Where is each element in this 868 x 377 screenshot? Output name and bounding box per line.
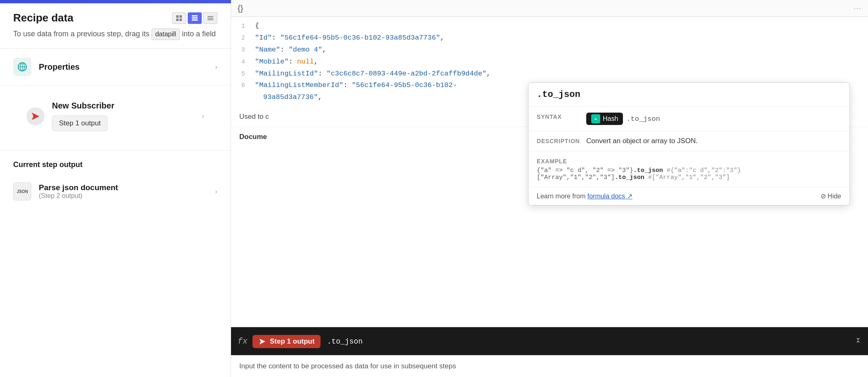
parse-json-icon: JSON [13,182,31,200]
svg-rect-0 [176,15,179,18]
syntax-label: SYNTAX [537,113,586,120]
new-subscriber-title: New Subscriber [52,101,202,111]
formula-docs-link[interactable]: formula docs ↗ [587,193,632,200]
tooltip-title: .to_json [528,83,849,107]
code-line-1: 1 { [231,20,868,32]
code-line-4: 4 "Mobile": null, [231,56,868,68]
recipe-data-header: Recipe data [0,0,231,49]
code-line-5: 5 "MailingListId": "c3c6c8c7-0893-449e-a… [231,68,868,80]
properties-icon [13,58,31,76]
to-json-formula-label: .to_json [327,337,363,346]
recipe-data-subtitle: To use data from a previous step, drag i… [13,28,217,40]
hash-icon: w [591,114,600,123]
send-icon-white [259,338,266,345]
svg-text:w: w [594,118,597,120]
svg-rect-9 [208,19,213,20]
right-panel: {} ⋯ 1 { 2 "Id": "56c1fe64-95b5-0c36-b10… [231,0,868,377]
syntax-value: w Hash .to_json [586,113,841,125]
parse-json-name: Parse json document [39,183,215,192]
svg-rect-7 [208,16,213,17]
svg-rect-5 [192,17,198,19]
example-line-2: ["Array","1","2","3"].to_json #["Array",… [537,174,741,181]
new-subscriber-section: New Subscriber Step 1 output › [0,85,231,151]
svg-rect-8 [208,18,213,19]
fx-label: fx [238,337,248,346]
bottom-text: Input the content to be processed as dat… [231,355,868,377]
workato-icon: w [593,116,599,122]
chevron-right-icon-2: › [202,112,204,120]
step1-send-icon [258,337,267,346]
example-content: {"a" => "c d", "2" => "3"}.to_json #{"a"… [537,167,741,181]
step1-pill[interactable]: Step 1 output [252,335,321,348]
svg-rect-2 [176,19,179,21]
grid-icon [176,15,182,21]
example-label: EXAMPLE [537,157,586,165]
formula-expand-icon[interactable] [855,337,861,346]
tooltip-popup: .to_json SYNTAX w Hash .to_json DESCRIPT… [528,82,850,205]
formula-link-text: Learn more from formula docs ↗ [537,192,632,200]
current-step-title: Current step output [13,160,217,169]
recipe-data-title: Recipe data [13,12,73,24]
code-toolbar-icon: {} [238,4,243,13]
expand-icon [855,337,861,344]
datapill-example: datapill [151,28,180,40]
code-toolbar-dots[interactable]: ⋯ [853,3,861,13]
view-toggle-compact[interactable] [203,12,217,24]
chevron-right-icon-3: › [215,187,217,196]
tooltip-description-row: DESCRIPTION Convert an object or array t… [528,131,849,151]
example-line-1: {"a" => "c d", "2" => "3"}.to_json #{"a"… [537,167,741,174]
hide-button[interactable]: ⊘ Hide [821,192,841,200]
svg-rect-4 [192,15,198,16]
step1-pill-label: Step 1 output [270,337,315,346]
code-toolbar: {} ⋯ [231,0,868,17]
code-line-2: 2 "Id": "56c1fe64-95b5-0c36-b102-93a85d3… [231,32,868,44]
svg-marker-14 [32,113,39,120]
view-toggle-list[interactable] [188,12,202,24]
recipe-data-title-row: Recipe data [13,12,217,24]
left-panel: Recipe data [0,0,231,377]
tooltip-syntax-row: SYNTAX w Hash .to_json [528,107,849,131]
compact-icon [208,16,213,20]
tooltip-footer: Learn more from formula docs ↗ ⊘ Hide [528,187,849,205]
formula-bar: fx Step 1 output .to_json [231,327,868,355]
current-step-section: Current step output JSON Parse json docu… [0,151,231,207]
properties-section[interactable]: Properties › [0,49,231,85]
tooltip-example-row: EXAMPLE {"a" => "c d", "2" => "3"}.to_js… [528,151,849,187]
list-icon [192,15,198,21]
view-toggle-grid[interactable] [172,12,186,24]
svg-rect-6 [192,19,198,21]
globe-icon [17,62,27,72]
parse-json-row[interactable]: JSON Parse json document (Step 2 output)… [13,176,217,207]
parse-json-label: Parse json document (Step 2 output) [39,183,215,200]
hash-badge: w Hash [586,113,623,125]
svg-rect-1 [179,15,182,18]
subscriber-icon [26,107,45,125]
syntax-method: .to_json [626,115,660,123]
chevron-right-icon: › [215,63,217,71]
send-icon [31,112,40,121]
svg-marker-16 [259,339,265,344]
svg-rect-3 [179,19,182,21]
step1-output-pill[interactable]: Step 1 output [52,115,108,131]
description-label: DESCRIPTION [537,137,586,144]
parse-json-sub: (Step 2 output) [39,192,215,200]
properties-label: Properties [39,62,215,72]
view-toggles [172,12,217,24]
top-blue-bar [0,0,231,3]
code-line-3: 3 "Name": "demo 4", [231,44,868,56]
description-value: Convert an object or array to JSON. [586,137,841,145]
subscriber-row[interactable]: New Subscriber Step 1 output › [13,94,217,139]
